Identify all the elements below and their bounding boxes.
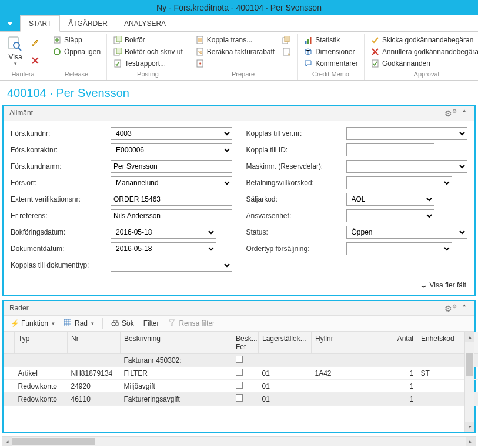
testrapport-button[interactable]: Testrapport... [111,58,185,69]
svg-rect-17 [305,41,307,44]
saljarkod-input[interactable]: AOL [346,193,434,206]
group-prepare-label: Prepare [193,69,293,80]
scroll-left-icon[interactable]: ◂ [2,437,12,446]
filter-button[interactable]: Filter [140,318,163,329]
group-approval-label: Approval [368,69,478,80]
skicka-label: Skicka godkännandebegäran [382,36,473,44]
col-typ[interactable]: Typ [15,332,68,354]
col-besk[interactable]: Beskrivning [121,332,232,354]
edit-button[interactable] [28,37,42,49]
bokdatum-input[interactable]: 2016-05-18 [111,226,216,239]
col-nr[interactable]: Nr [68,332,121,354]
bokfor-button[interactable]: Bokför [111,34,185,46]
slapp-button[interactable]: Släpp [50,34,103,46]
visa-button[interactable]: Visa ▼ [4,34,27,69]
lines-collapse-icon[interactable]: ˄ [460,304,469,312]
testrapport-label: Testrapport... [125,59,166,68]
kontaktnr-input[interactable]: E000006 [111,143,232,156]
col-hyllnr[interactable]: Hyllnr [312,332,376,354]
col-lager[interactable]: Lagerställek... [259,332,312,354]
file-tab[interactable] [0,15,20,31]
maskinnr-input[interactable] [346,160,468,173]
checkbox[interactable] [236,394,243,402]
funktion-button[interactable]: ⚡Funktion [7,318,58,329]
sok-button[interactable]: Sök [108,318,138,329]
berakna-button[interactable]: %Beräkna fakturarabatt [193,46,277,58]
scroll-down-icon[interactable]: ▾ [465,422,474,432]
table-row[interactable]: Fakturanr 450302: [4,354,479,367]
erref-input[interactable] [111,209,232,222]
kommentarer-button[interactable]: Kommentarer [301,58,360,69]
general-settings-icon[interactable]: ⚙⚙ [441,108,460,118]
dimensioner-button[interactable]: Dimensioner [301,46,360,58]
kundnr-label: Förs.kundnr: [11,129,111,138]
post-icon [113,35,122,45]
statistik-button[interactable]: Statistik [301,34,360,46]
scroll-right-icon[interactable]: ▸ [466,437,476,446]
skicka-godk-button[interactable]: Skicka godkännandebegäran [368,34,478,46]
doktyp-input[interactable] [111,259,232,272]
svg-rect-18 [307,39,309,44]
copy-doc-button[interactable] [279,34,293,46]
kopplaid-input[interactable] [346,143,434,156]
annullera-label: Annullera godkännandebegäran [382,48,478,56]
get-lines-button[interactable] [279,46,293,58]
kundnr-input[interactable]: 4003 [111,127,232,140]
dokdatum-input[interactable]: 2016-05-18 [111,242,216,255]
calc-discount-icon: % [195,47,205,56]
horizontal-scrollbar[interactable]: ◂ ▸ [2,436,476,446]
vertical-scrollbar[interactable]: ▴ ▾ [464,332,474,432]
koppla-trans-button[interactable]: Koppla trans... [193,34,277,46]
annullera-godk-button[interactable]: Annullera godkännandebegäran [368,46,478,58]
general-card: Allmänt ⚙⚙ ˄ Förs.kundnr:4003 Förs.konta… [2,105,476,296]
status-input[interactable]: Öppen [346,226,468,239]
col-enhet[interactable]: Enhetskod [417,332,469,354]
clear-filter-icon [168,319,176,327]
col-besk-fet[interactable]: Besk... Fet [232,332,259,354]
ordertyp-label: Ordertyp försäljning: [246,245,346,253]
ort-input[interactable]: Mariannelund [111,176,232,189]
col-blank[interactable] [4,332,15,354]
lines-settings-icon[interactable]: ⚙⚙ [441,303,460,313]
table-row[interactable]: Redov.konto46110Faktureringsavgift011 [4,393,479,406]
scroll-up-icon[interactable]: ▴ [465,332,474,342]
statistik-label: Statistik [315,36,340,44]
tab-atgarder[interactable]: ÅTGÄRDER [60,15,116,31]
general-title: Allmänt [9,109,33,117]
table-row[interactable]: ArtikelNH81879134FILTER011A421ST [4,367,479,380]
ansvar-input[interactable] [346,209,434,222]
lines-grid[interactable]: Typ Nr Beskrivning Besk... Fet Lagerstäl… [4,332,478,406]
checkbox[interactable] [236,369,243,376]
scroll-thumb[interactable] [466,353,473,376]
vernr-input[interactable] [346,127,468,140]
table-row[interactable]: Redov.konto24920Miljöavgift011 [4,380,479,393]
svg-line-2 [18,48,21,51]
svg-point-4 [54,49,60,55]
show-more-fields[interactable]: Visa fler fält [4,278,474,295]
tab-start[interactable]: START [20,15,60,32]
general-collapse-icon[interactable]: ˄ [460,109,469,117]
svg-point-22 [112,322,115,326]
betalkod-input[interactable] [346,176,452,189]
hscroll-thumb[interactable] [12,438,95,445]
externt-input[interactable] [111,193,232,206]
prepare-extra-button[interactable] [193,58,277,69]
checkbox[interactable] [236,356,243,363]
delete-button[interactable] [28,55,42,66]
col-antal[interactable]: Antal [376,332,417,354]
tab-analysera[interactable]: ANALYSERA [116,15,174,31]
dimensioner-label: Dimensioner [315,48,355,56]
dimensions-icon [303,47,313,56]
godkannanden-button[interactable]: Godkännanden [368,58,478,69]
erref-label: Er referens: [11,212,111,220]
kundnamn-input[interactable] [111,160,232,173]
oppna-igen-button[interactable]: Öppna igen [50,46,103,58]
bokfor-skriv-button[interactable]: Bokför och skriv ut [111,46,185,58]
rensa-filter-button[interactable]: Rensa filter [165,318,218,329]
oppna-label: Öppna igen [64,48,101,56]
kontaktnr-label: Förs.kontaktnr: [11,146,111,154]
checkbox[interactable] [236,382,243,389]
ordertyp-input[interactable] [346,242,452,255]
group-posting-label: Posting [111,69,185,80]
rad-button[interactable]: Rad [61,318,98,329]
